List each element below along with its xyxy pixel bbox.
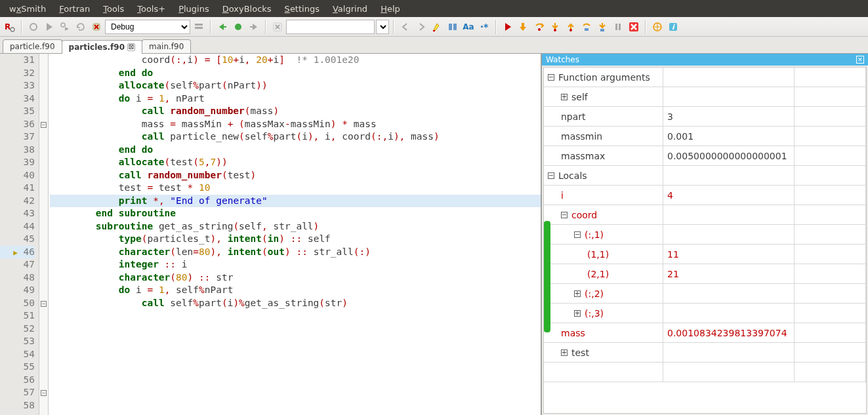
watch-row[interactable]: −Function arguments — [544, 68, 866, 87]
watch-name: self — [571, 92, 588, 102]
watch-name: test — [571, 347, 589, 358]
watch-value: 0.0010834239813397074 — [663, 323, 795, 342]
search-dropdown[interactable] — [376, 20, 389, 34]
expand-icon[interactable]: − — [561, 212, 568, 218]
expand-icon[interactable]: − — [548, 74, 554, 81]
select-icon[interactable] — [445, 20, 460, 34]
continue-icon[interactable] — [231, 20, 245, 34]
menu-wxsmith[interactable]: wxSmith — [3, 1, 52, 16]
target-combo[interactable]: Debug — [105, 20, 190, 34]
menu-tools[interactable]: Tools — [96, 1, 131, 16]
menu-valgrind[interactable]: Valgrind — [326, 1, 374, 16]
watch-row[interactable]: −(:,1) — [544, 225, 866, 245]
watch-value: 11 — [663, 245, 795, 264]
watches-grid[interactable]: −Function arguments+selfnpart3massmin0.0… — [543, 67, 867, 414]
tab-close-icon[interactable]: ⊠ — [127, 43, 135, 51]
svg-point-12 — [554, 29, 556, 31]
search-input[interactable] — [286, 20, 375, 34]
break-icon[interactable] — [611, 20, 625, 34]
stop-icon[interactable] — [270, 20, 285, 34]
expand-icon[interactable]: + — [574, 310, 581, 317]
watch-name: massmin — [561, 131, 602, 142]
expand-icon[interactable]: + — [574, 290, 581, 297]
svg-point-11 — [538, 28, 541, 31]
expand-icon[interactable]: − — [574, 231, 581, 238]
step-back-icon[interactable] — [215, 20, 230, 34]
watches-titlebar[interactable]: Watches ✕ — [542, 54, 868, 66]
watch-row[interactable]: massmax0.0050000000000000001 — [544, 146, 866, 166]
line-gutter: 313233343536373839404142434445▶ 46474849… — [0, 54, 39, 415]
watch-value — [663, 284, 795, 303]
svg-point-2 — [30, 24, 37, 30]
debug-windows-icon[interactable] — [650, 20, 665, 34]
svg-rect-16 — [615, 24, 617, 30]
svg-point-13 — [569, 29, 572, 31]
fold-gutter[interactable]: −−− — [39, 54, 49, 415]
menubar: wxSmithFortranToolsTools+PluginsDoxyBloc… — [0, 0, 868, 17]
code-area[interactable]: coord(:,i) = [10+i, 20+i] !* 1.001e20 en… — [49, 54, 541, 415]
watch-row[interactable]: +self — [544, 87, 866, 107]
info-icon[interactable]: i — [666, 20, 680, 34]
watch-row[interactable]: −coord — [544, 205, 866, 225]
tab-particles-f90[interactable]: particles.f90⊠ — [62, 40, 142, 54]
watch-name: (2,1) — [587, 269, 609, 279]
menu-plugins[interactable]: Plugins — [172, 1, 216, 16]
tab-main-f90[interactable]: main.f90 — [142, 39, 191, 53]
watch-value — [663, 304, 795, 323]
watch-value — [663, 343, 795, 362]
editor-tabs: particle.f90particles.f90⊠main.f90 — [0, 37, 868, 54]
expand-icon[interactable]: + — [561, 94, 568, 100]
watch-row[interactable]: mass0.0010834239813397074 — [544, 323, 866, 343]
svg-point-7 — [235, 24, 241, 30]
tab-particle-f90[interactable]: particle.f90 — [3, 39, 62, 53]
highlight-icon[interactable] — [430, 20, 444, 34]
watch-row[interactable]: +(:,3) — [544, 304, 866, 323]
build-run-icon[interactable] — [58, 20, 72, 34]
run-icon[interactable] — [42, 20, 56, 34]
nav-fwd-icon[interactable] — [414, 20, 428, 34]
watch-row[interactable] — [544, 363, 866, 382]
svg-rect-5 — [195, 24, 203, 26]
watch-row[interactable]: i4 — [544, 186, 866, 205]
watch-row[interactable]: (2,1)21 — [544, 264, 866, 284]
menu-fortran[interactable]: Fortran — [52, 1, 96, 16]
watch-value — [663, 87, 795, 106]
watch-row[interactable]: +(:,2) — [544, 284, 866, 304]
watch-name: (:,2) — [585, 288, 604, 299]
step-into-instr-icon[interactable] — [595, 20, 610, 34]
watch-row[interactable]: npart3 — [544, 107, 866, 127]
debug-run-icon[interactable] — [501, 20, 515, 34]
changed-indicator — [544, 221, 550, 332]
dropdown-icon[interactable] — [192, 20, 206, 34]
next-line-icon[interactable] — [532, 20, 547, 34]
watch-row[interactable]: massmin0.001 — [544, 127, 866, 146]
menu-help[interactable]: Help — [374, 1, 407, 16]
nav-back-icon[interactable] — [398, 20, 413, 34]
regex-icon[interactable]: ·* — [477, 20, 491, 34]
next-instr-icon[interactable] — [579, 20, 594, 34]
case-icon[interactable]: Aa — [461, 20, 476, 34]
watch-row[interactable]: (1,1)11 — [544, 245, 866, 264]
rec-icon[interactable]: R — [3, 20, 17, 34]
code-editor[interactable]: 313233343536373839404142434445▶ 46474849… — [0, 54, 541, 415]
build-icon[interactable] — [26, 20, 41, 34]
watch-value: 0.001 — [663, 127, 795, 146]
step-into-icon[interactable] — [548, 20, 562, 34]
watch-value — [663, 68, 795, 87]
watch-row[interactable]: +test — [544, 343, 866, 363]
expand-icon[interactable]: + — [561, 349, 568, 356]
watch-row[interactable]: −Locals — [544, 166, 866, 186]
rebuild-icon[interactable] — [73, 20, 88, 34]
close-icon[interactable]: ✕ — [856, 56, 864, 64]
expand-icon[interactable]: − — [548, 172, 554, 179]
menu-tools+[interactable]: Tools+ — [131, 1, 172, 16]
menu-settings[interactable]: Settings — [278, 1, 326, 16]
abort-icon[interactable] — [89, 20, 104, 34]
stop-debug-icon[interactable] — [627, 20, 641, 34]
step-forward-icon[interactable] — [247, 20, 261, 34]
svg-rect-9 — [449, 24, 452, 30]
menu-doxyblocks[interactable]: DoxyBlocks — [216, 1, 278, 16]
step-out-icon[interactable] — [564, 20, 578, 34]
run-to-cursor-icon[interactable] — [516, 20, 531, 34]
svg-text:R: R — [5, 22, 10, 31]
